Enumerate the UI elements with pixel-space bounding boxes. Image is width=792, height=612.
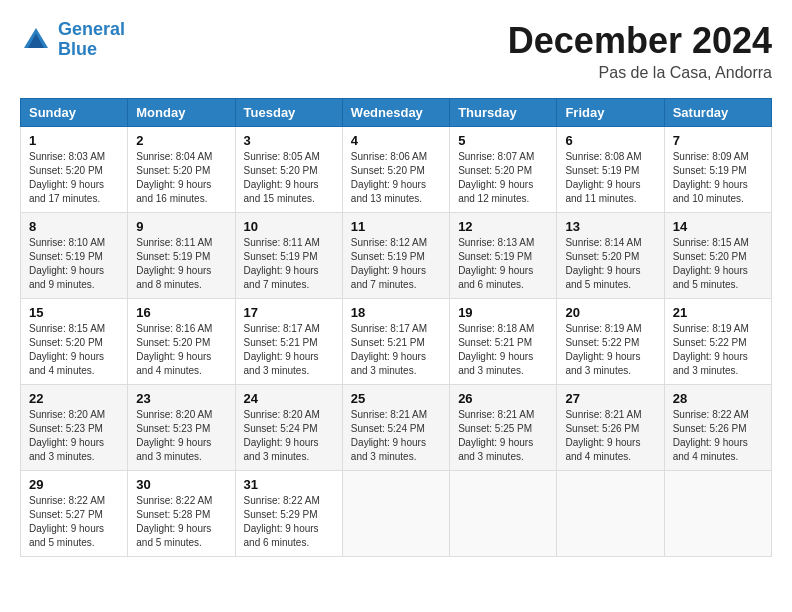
calendar-cell: 18Sunrise: 8:17 AMSunset: 5:21 PMDayligh… <box>342 299 449 385</box>
day-info: Sunrise: 8:21 AMSunset: 5:25 PMDaylight:… <box>458 408 548 464</box>
day-number: 27 <box>565 391 655 406</box>
calendar-cell: 14Sunrise: 8:15 AMSunset: 5:20 PMDayligh… <box>664 213 771 299</box>
logo-icon <box>20 24 52 56</box>
day-number: 5 <box>458 133 548 148</box>
day-number: 15 <box>29 305 119 320</box>
day-number: 7 <box>673 133 763 148</box>
col-header-thursday: Thursday <box>450 99 557 127</box>
day-info: Sunrise: 8:19 AMSunset: 5:22 PMDaylight:… <box>565 322 655 378</box>
day-info: Sunrise: 8:09 AMSunset: 5:19 PMDaylight:… <box>673 150 763 206</box>
calendar-cell: 6Sunrise: 8:08 AMSunset: 5:19 PMDaylight… <box>557 127 664 213</box>
day-number: 19 <box>458 305 548 320</box>
day-number: 17 <box>244 305 334 320</box>
calendar-cell: 12Sunrise: 8:13 AMSunset: 5:19 PMDayligh… <box>450 213 557 299</box>
day-info: Sunrise: 8:10 AMSunset: 5:19 PMDaylight:… <box>29 236 119 292</box>
day-info: Sunrise: 8:17 AMSunset: 5:21 PMDaylight:… <box>351 322 441 378</box>
day-info: Sunrise: 8:05 AMSunset: 5:20 PMDaylight:… <box>244 150 334 206</box>
calendar-cell: 10Sunrise: 8:11 AMSunset: 5:19 PMDayligh… <box>235 213 342 299</box>
day-info: Sunrise: 8:03 AMSunset: 5:20 PMDaylight:… <box>29 150 119 206</box>
day-info: Sunrise: 8:20 AMSunset: 5:23 PMDaylight:… <box>136 408 226 464</box>
day-number: 1 <box>29 133 119 148</box>
day-number: 4 <box>351 133 441 148</box>
calendar-cell: 19Sunrise: 8:18 AMSunset: 5:21 PMDayligh… <box>450 299 557 385</box>
calendar-cell: 21Sunrise: 8:19 AMSunset: 5:22 PMDayligh… <box>664 299 771 385</box>
day-number: 10 <box>244 219 334 234</box>
title-block: December 2024 Pas de la Casa, Andorra <box>508 20 772 82</box>
calendar-cell <box>342 471 449 557</box>
day-number: 30 <box>136 477 226 492</box>
day-info: Sunrise: 8:17 AMSunset: 5:21 PMDaylight:… <box>244 322 334 378</box>
calendar-cell: 27Sunrise: 8:21 AMSunset: 5:26 PMDayligh… <box>557 385 664 471</box>
day-info: Sunrise: 8:04 AMSunset: 5:20 PMDaylight:… <box>136 150 226 206</box>
day-info: Sunrise: 8:19 AMSunset: 5:22 PMDaylight:… <box>673 322 763 378</box>
day-number: 3 <box>244 133 334 148</box>
calendar-week-5: 29Sunrise: 8:22 AMSunset: 5:27 PMDayligh… <box>21 471 772 557</box>
calendar-cell: 28Sunrise: 8:22 AMSunset: 5:26 PMDayligh… <box>664 385 771 471</box>
day-number: 26 <box>458 391 548 406</box>
calendar-cell: 5Sunrise: 8:07 AMSunset: 5:20 PMDaylight… <box>450 127 557 213</box>
day-number: 31 <box>244 477 334 492</box>
day-info: Sunrise: 8:06 AMSunset: 5:20 PMDaylight:… <box>351 150 441 206</box>
day-number: 16 <box>136 305 226 320</box>
day-number: 9 <box>136 219 226 234</box>
col-header-saturday: Saturday <box>664 99 771 127</box>
logo: General Blue <box>20 20 125 60</box>
calendar-cell: 26Sunrise: 8:21 AMSunset: 5:25 PMDayligh… <box>450 385 557 471</box>
calendar-cell: 20Sunrise: 8:19 AMSunset: 5:22 PMDayligh… <box>557 299 664 385</box>
day-number: 12 <box>458 219 548 234</box>
day-number: 14 <box>673 219 763 234</box>
col-header-tuesday: Tuesday <box>235 99 342 127</box>
calendar-cell: 22Sunrise: 8:20 AMSunset: 5:23 PMDayligh… <box>21 385 128 471</box>
calendar-cell <box>450 471 557 557</box>
day-number: 18 <box>351 305 441 320</box>
calendar-week-2: 8Sunrise: 8:10 AMSunset: 5:19 PMDaylight… <box>21 213 772 299</box>
subtitle: Pas de la Casa, Andorra <box>508 64 772 82</box>
calendar-week-4: 22Sunrise: 8:20 AMSunset: 5:23 PMDayligh… <box>21 385 772 471</box>
day-info: Sunrise: 8:22 AMSunset: 5:29 PMDaylight:… <box>244 494 334 550</box>
day-number: 2 <box>136 133 226 148</box>
calendar-header-row: SundayMondayTuesdayWednesdayThursdayFrid… <box>21 99 772 127</box>
day-info: Sunrise: 8:21 AMSunset: 5:26 PMDaylight:… <box>565 408 655 464</box>
calendar-cell: 29Sunrise: 8:22 AMSunset: 5:27 PMDayligh… <box>21 471 128 557</box>
day-info: Sunrise: 8:22 AMSunset: 5:26 PMDaylight:… <box>673 408 763 464</box>
day-number: 11 <box>351 219 441 234</box>
day-info: Sunrise: 8:22 AMSunset: 5:27 PMDaylight:… <box>29 494 119 550</box>
day-info: Sunrise: 8:11 AMSunset: 5:19 PMDaylight:… <box>244 236 334 292</box>
day-number: 13 <box>565 219 655 234</box>
calendar-week-1: 1Sunrise: 8:03 AMSunset: 5:20 PMDaylight… <box>21 127 772 213</box>
calendar-cell: 23Sunrise: 8:20 AMSunset: 5:23 PMDayligh… <box>128 385 235 471</box>
calendar-cell: 7Sunrise: 8:09 AMSunset: 5:19 PMDaylight… <box>664 127 771 213</box>
calendar-cell: 9Sunrise: 8:11 AMSunset: 5:19 PMDaylight… <box>128 213 235 299</box>
calendar-cell: 4Sunrise: 8:06 AMSunset: 5:20 PMDaylight… <box>342 127 449 213</box>
calendar-cell: 31Sunrise: 8:22 AMSunset: 5:29 PMDayligh… <box>235 471 342 557</box>
col-header-wednesday: Wednesday <box>342 99 449 127</box>
main-title: December 2024 <box>508 20 772 62</box>
day-number: 20 <box>565 305 655 320</box>
col-header-sunday: Sunday <box>21 99 128 127</box>
calendar-cell <box>557 471 664 557</box>
day-info: Sunrise: 8:13 AMSunset: 5:19 PMDaylight:… <box>458 236 548 292</box>
calendar-cell: 3Sunrise: 8:05 AMSunset: 5:20 PMDaylight… <box>235 127 342 213</box>
calendar-cell: 2Sunrise: 8:04 AMSunset: 5:20 PMDaylight… <box>128 127 235 213</box>
day-info: Sunrise: 8:07 AMSunset: 5:20 PMDaylight:… <box>458 150 548 206</box>
col-header-friday: Friday <box>557 99 664 127</box>
calendar-cell: 24Sunrise: 8:20 AMSunset: 5:24 PMDayligh… <box>235 385 342 471</box>
day-info: Sunrise: 8:21 AMSunset: 5:24 PMDaylight:… <box>351 408 441 464</box>
calendar-cell: 11Sunrise: 8:12 AMSunset: 5:19 PMDayligh… <box>342 213 449 299</box>
day-info: Sunrise: 8:11 AMSunset: 5:19 PMDaylight:… <box>136 236 226 292</box>
day-number: 29 <box>29 477 119 492</box>
day-number: 23 <box>136 391 226 406</box>
calendar-cell: 30Sunrise: 8:22 AMSunset: 5:28 PMDayligh… <box>128 471 235 557</box>
day-info: Sunrise: 8:15 AMSunset: 5:20 PMDaylight:… <box>29 322 119 378</box>
day-number: 21 <box>673 305 763 320</box>
logo-text: General Blue <box>58 20 125 60</box>
day-info: Sunrise: 8:20 AMSunset: 5:23 PMDaylight:… <box>29 408 119 464</box>
day-info: Sunrise: 8:22 AMSunset: 5:28 PMDaylight:… <box>136 494 226 550</box>
day-number: 28 <box>673 391 763 406</box>
day-number: 25 <box>351 391 441 406</box>
calendar-cell: 25Sunrise: 8:21 AMSunset: 5:24 PMDayligh… <box>342 385 449 471</box>
day-info: Sunrise: 8:18 AMSunset: 5:21 PMDaylight:… <box>458 322 548 378</box>
calendar-cell: 15Sunrise: 8:15 AMSunset: 5:20 PMDayligh… <box>21 299 128 385</box>
day-number: 22 <box>29 391 119 406</box>
day-info: Sunrise: 8:08 AMSunset: 5:19 PMDaylight:… <box>565 150 655 206</box>
